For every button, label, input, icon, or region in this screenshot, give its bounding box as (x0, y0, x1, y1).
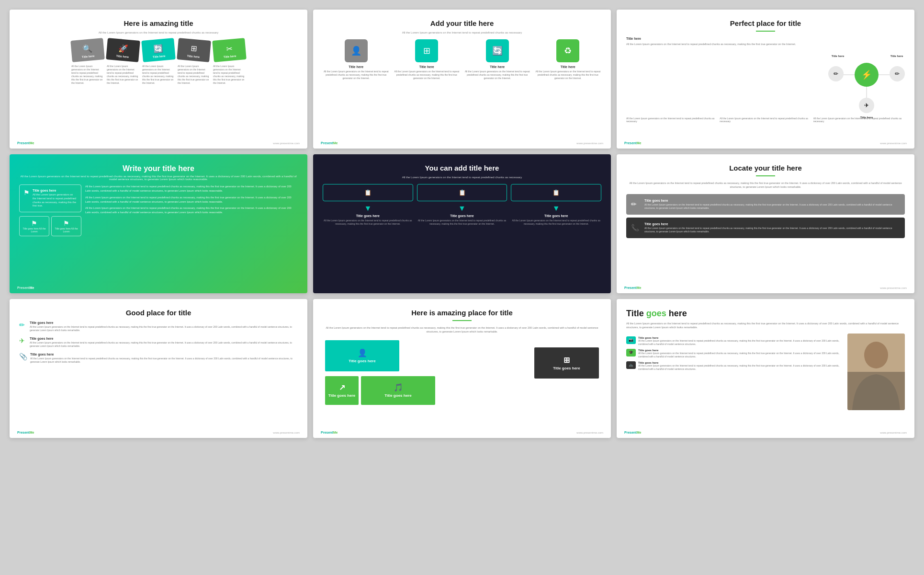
website-7: www.presentme.com (273, 431, 300, 434)
node-right: ✏ (890, 66, 905, 81)
dark-col-2-box: 📋 (417, 184, 507, 201)
ablock-4: ↗ Title goes here (325, 376, 359, 405)
locate-bar-1-title: Title goes here (644, 199, 900, 202)
card-4: ⊞ Title here (177, 38, 211, 63)
desc-3: All the Lorem Ipsum generators on the In… (142, 65, 175, 85)
good-item-1: ✏ Title goes here All the Lorem Ipsum ge… (19, 321, 298, 332)
locate-bar-1-desc: All the Lorem Ipsum generators on the In… (644, 203, 900, 210)
brand-6: PresentMe (624, 286, 641, 289)
website-9: www.presentme.com (880, 431, 907, 434)
col-2-desc: All the Lorem Ipsum generators on the In… (394, 70, 461, 80)
slide-5: You can add title here All the Lorem Ips… (313, 154, 611, 293)
website-6: www.presentme.com (880, 287, 907, 289)
slide-grid: Here is amazing title All the Lorem Ipsu… (10, 10, 914, 438)
col-4: ♻ Title here All the Lorem Ipsum generat… (535, 39, 602, 80)
ablock-3: ⊞ Title goes here (534, 347, 599, 379)
locate-bar-2-title: Title goes here (644, 222, 900, 226)
slide-9-content: 📷 Title goes here All the Lorem Ipsum ge… (626, 334, 905, 410)
ablock-1-label: Title goes here (349, 359, 375, 363)
col-3: 🔄 Title here All the Lorem Ipsum generat… (464, 39, 531, 80)
tg-item-2: 🎓 Title goes here All the Lorem Ipsum ge… (626, 349, 844, 358)
good-item-3-desc: All the Lorem Ipsum generators on the In… (30, 357, 298, 364)
green-underline-3 (756, 31, 775, 32)
slide-8-subtitle: All the Lorem Ipsum generators on the In… (323, 326, 601, 334)
col-1: 👤 Title here All the Lorem Ipsum generat… (323, 39, 390, 80)
col-4-desc: All the Lorem Ipsum generators on the In… (535, 70, 602, 80)
website-1: www.presentme.com (273, 142, 300, 145)
person-photo (847, 334, 905, 410)
pencil-icon-1: ✏ (19, 321, 27, 329)
person-svg (847, 334, 905, 410)
camera-icon: 📷 (626, 336, 636, 344)
node-bottom: ✈ (859, 98, 874, 113)
desc-5: All the Lorem Ipsum generators on the In… (213, 65, 246, 85)
dark-col-3-title: Title goes here (511, 214, 601, 218)
card-5-label: Title here (216, 54, 243, 59)
slide-1: Here is amazing title All the Lorem Ipsu… (10, 10, 307, 149)
slide-9: Title goes here All the Lorem Ipsum gene… (617, 299, 914, 438)
flag-sub-icon-1: ⚑ (23, 219, 46, 227)
col-2-icon: ⊞ (415, 39, 438, 62)
slide-9-title: Title goes here (626, 309, 905, 319)
slide-4-left: ⚑ Title goes here All the Lorem Ipsum ge… (19, 184, 81, 236)
paperclip-icon: 📎 (19, 353, 27, 360)
good-item-2-title: Title goes here (30, 337, 298, 340)
desc-4: All the Lorem Ipsum generators on the In… (178, 65, 210, 85)
tg-item-3-content: Title goes here All the Lorem Ipsum gene… (638, 361, 844, 371)
slide-4-subtitle: All the Lorem Ipsum generators on the In… (19, 175, 298, 181)
website-8: www.presentme.com (576, 431, 603, 434)
slide-4-content: ⚑ Title goes here All the Lorem Ipsum ge… (19, 184, 298, 236)
card-2: 🚀 Title here (106, 38, 140, 63)
slide-1-subtitle: All the Lorem Ipsum generators on the In… (19, 31, 298, 34)
locate-bar-1-content: Title goes here All the Lorem Ipsum gene… (644, 199, 900, 210)
col-4-title: Title here (535, 65, 602, 69)
brand-1: PresentMe (17, 141, 34, 145)
slide-7: Good place for title ✏ Title goes here A… (10, 299, 307, 438)
slide-4-title: Write your title here (19, 164, 298, 173)
col-1-icon: 👤 (345, 39, 368, 62)
ablock-2: 🎵 Title goes here (361, 376, 435, 405)
tg-item-2-content: Title goes here All the Lorem Ipsum gene… (638, 349, 844, 358)
website-3: www.presentme.com (880, 142, 907, 145)
flag-sub-boxes: ⚑ Title goes here All the Lorem ⚑ Title … (19, 216, 81, 236)
col-3-icon: 🔄 (486, 39, 509, 62)
slide-1-title: Here is amazing title (19, 19, 298, 28)
node-bottom-label: Title here (852, 116, 881, 119)
slide-6: Locate your title here All the Lorem Ips… (617, 154, 914, 293)
tg-item-1: 📷 Title goes here All the Lorem Ipsum ge… (626, 336, 844, 346)
locate-bar-2-content: Title goes here All the Lorem Ipsum gene… (644, 222, 900, 233)
col-1-title: Title here (323, 65, 390, 69)
good-item-2-content: Title goes here All the Lorem Ipsum gene… (30, 337, 298, 348)
dark-col-1: 📋 ▼ Title goes here All the Lorem Ipsum … (323, 184, 413, 226)
flag-sub-1: ⚑ Title goes here All the Lorem (19, 216, 49, 236)
node-desc-right: All the Lorem Ipsum generators on the In… (720, 117, 811, 123)
slide-4-right: All the Lorem Ipsum generators on the In… (85, 184, 298, 236)
flag-sub-2: ⚑ Title goes here All the Lorem (51, 216, 81, 236)
refresh-icon: 🔄 (145, 43, 172, 55)
ablock-3-label: Title goes here (553, 366, 580, 370)
desc-1: All the Lorem Ipsum generators on the In… (71, 65, 104, 85)
brand-8: PresentMe (321, 431, 338, 434)
locate-bar-1: ✏ Title goes here All the Lorem Ipsum ge… (626, 194, 905, 215)
card-3: 🔄 Title here (141, 38, 176, 63)
locate-bars: ✏ Title goes here All the Lorem Ipsum ge… (626, 194, 905, 238)
title-black: Title (626, 309, 646, 318)
flag-box-1-content: Title goes here All the Lorem Ipsum gene… (33, 189, 77, 208)
locate-bar-2: 📞 Title goes here All the Lorem Ipsum ge… (626, 218, 905, 238)
slide-3-center-title: Title here All the Lorem Ipsum generator… (626, 36, 824, 46)
ablock-1: 👤 Title goes here (325, 340, 399, 371)
arrow-down-3: ▼ (511, 204, 601, 213)
brand-7: PresentMe (17, 431, 34, 434)
phone-icon: 📞 (631, 224, 641, 231)
slide-2-subtitle: All the Lorem Ipsum generators on the In… (323, 31, 601, 34)
slide-9-intro: All the Lorem Ipsum generators on the In… (626, 322, 905, 330)
card-1: 🔍 Title here (70, 38, 105, 63)
tg-item-2-desc: All the Lorem Ipsum generators on the In… (638, 352, 844, 358)
good-item-2-desc: All the Lorem Ipsum generators on the In… (30, 341, 298, 348)
dark-col-1-box: 📋 (323, 184, 413, 201)
slide-1-cards: 🔍 Title here 🚀 Title here 🔄 Title here ⊞… (19, 39, 298, 61)
slide-3-title: Perfect place for title (626, 19, 905, 28)
slide-2-columns: 👤 Title here All the Lorem Ipsum generat… (323, 39, 601, 80)
plane-icon: ✈ (19, 337, 27, 345)
green-underline-8 (452, 320, 472, 321)
